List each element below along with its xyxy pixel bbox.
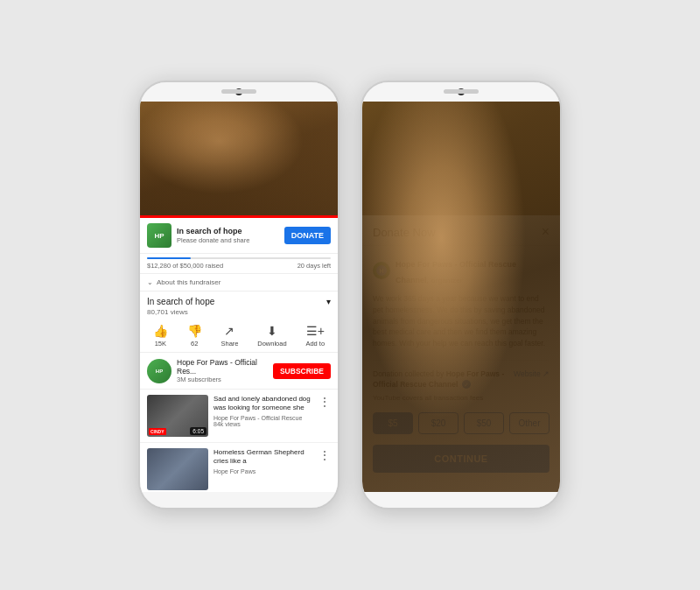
- progress-section: $12,280 of $50,000 raised 20 days left: [140, 254, 338, 274]
- speaker-2: [444, 89, 479, 94]
- about-fundraiser[interactable]: ⌄ About this fundraiser: [140, 274, 338, 291]
- video-title-row: In search of hope ▾: [147, 297, 331, 306]
- video-actions: 👍 15K 👎 62 ↗ Share ⬇ Download ☰+ Add: [140, 320, 338, 353]
- suggested-thumb-2[interactable]: [147, 448, 208, 490]
- addto-action[interactable]: ☰+ Add to: [305, 324, 325, 348]
- suggested-info-1: Sad and lonely abandoned dog was looking…: [214, 395, 313, 437]
- phone-bottom-bar-1: [140, 492, 338, 508]
- channel-row: HP Hope For Paws - Official Res... 3M su…: [140, 353, 338, 390]
- dislike-action[interactable]: 👎 62: [187, 324, 202, 348]
- phone-bottom-bar-2: [362, 492, 560, 508]
- phone-1: HP In search of hope Please donate and s…: [138, 81, 340, 509]
- progress-bar-fill: [147, 257, 191, 259]
- suggested-channel-1: Hope For Paws - Official Rescue: [214, 415, 313, 421]
- channel-name[interactable]: Hope For Paws - Official Res...: [177, 358, 268, 376]
- progress-info: $12,280 of $50,000 raised 20 days left: [147, 262, 331, 270]
- download-icon: ⬇: [267, 324, 277, 338]
- amount-raised: $12,280 of $50,000 raised: [147, 262, 223, 270]
- suggested-views-1: 84k views: [214, 421, 313, 427]
- video-title-text: In search of hope: [147, 297, 214, 306]
- more-icon-1[interactable]: ⋮: [318, 395, 331, 409]
- suggested-title-2[interactable]: Homeless German Shepherd cries like a: [214, 448, 313, 467]
- video-views: 80,701 views: [147, 308, 331, 316]
- phone-2: Donate Now × H: [360, 81, 562, 509]
- addto-label: Add to: [305, 340, 325, 348]
- suggested-title-1[interactable]: Sad and lonely abandoned dog was looking…: [214, 395, 313, 413]
- subscribe-button[interactable]: SUBSCRIBE: [273, 363, 331, 379]
- donate-now-screen: Donate Now × H: [362, 102, 560, 492]
- phone-screen-1: HP In search of hope Please donate and s…: [140, 102, 338, 492]
- about-fundraiser-label: About this fundraiser: [157, 278, 220, 286]
- suggested-info-2: Homeless German Shepherd cries like a Ho…: [214, 448, 313, 490]
- fundraiser-title: In search of hope: [177, 227, 279, 236]
- phone-top-bar-1: [140, 82, 338, 102]
- share-action[interactable]: ↗ Share: [220, 324, 238, 348]
- days-left: 20 days left: [298, 262, 331, 270]
- channel-info: Hope For Paws - Official Res... 3M subsc…: [177, 358, 268, 383]
- share-icon: ↗: [224, 324, 234, 338]
- download-action[interactable]: ⬇ Download: [257, 324, 286, 348]
- like-count: 15K: [155, 340, 166, 348]
- chevron-down-icon: ⌄: [147, 278, 153, 286]
- dislike-count: 62: [191, 340, 198, 348]
- progress-bar-bg: [147, 257, 331, 259]
- thumb-duration-1: 6:05: [190, 427, 206, 435]
- donate-video-thumb: [362, 102, 560, 215]
- thumb-label-1: CINDY: [149, 428, 166, 435]
- expand-icon[interactable]: ▾: [326, 297, 331, 306]
- channel-icon-small: HP: [147, 223, 172, 248]
- suggested-video-1: CINDY 6:05 Sad and lonely abandoned dog …: [140, 390, 338, 443]
- addto-icon: ☰+: [306, 324, 325, 338]
- suggested-channel-2: Hope For Paws: [214, 468, 313, 474]
- suggested-thumb-1[interactable]: CINDY 6:05: [147, 395, 208, 437]
- fundraiser-text: In search of hope Please donate and shar…: [177, 227, 279, 244]
- video-title-section: In search of hope ▾ 80,701 views: [140, 291, 338, 320]
- share-label: Share: [220, 340, 238, 348]
- speaker-1: [221, 89, 256, 94]
- channel-avatar: HP: [147, 359, 172, 383]
- like-action[interactable]: 👍 15K: [153, 324, 168, 348]
- donate-button[interactable]: DONATE: [284, 227, 331, 244]
- fundraiser-subtitle: Please donate and share: [177, 236, 279, 244]
- video-thumbnail[interactable]: [140, 102, 338, 215]
- phone-top-bar-2: [362, 82, 560, 102]
- download-label: Download: [257, 340, 286, 348]
- suggested-video-2: Homeless German Shepherd cries like a Ho…: [140, 443, 338, 492]
- dislike-icon: 👎: [187, 324, 202, 338]
- channel-subscribers: 3M subscribers: [177, 376, 268, 383]
- phone-screen-2: Donate Now × H: [362, 102, 560, 492]
- fundraiser-section: HP In search of hope Please donate and s…: [140, 218, 338, 254]
- like-icon: 👍: [153, 324, 168, 338]
- donate-thumbnail-image: [362, 102, 560, 492]
- more-icon-2[interactable]: ⋮: [318, 448, 331, 462]
